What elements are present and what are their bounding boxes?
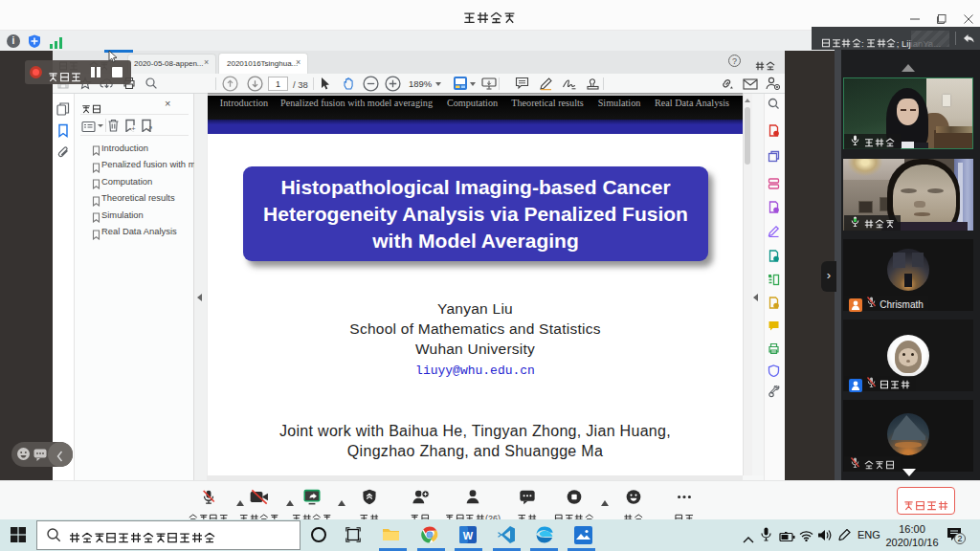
svg-text:W: W	[463, 530, 474, 541]
